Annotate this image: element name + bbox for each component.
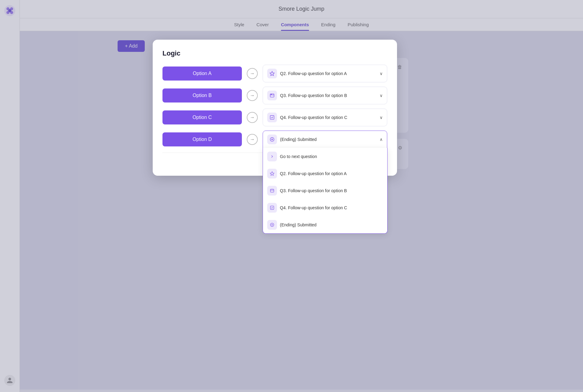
modal-title: Logic (162, 49, 387, 57)
logic-modal: Logic Option A → Q2. Follow-up question … (153, 40, 397, 176)
dropdown-d-icon (267, 135, 277, 144)
dropdown-d-text: (Ending) Submitted (280, 137, 377, 142)
dropdown-d-chevron: ∧ (380, 137, 383, 142)
menu-item-next-label: Go to next question (280, 154, 317, 159)
menu-q3-icon (267, 186, 277, 196)
logic-row-b: Option B → Q3. Follow-up question for op… (162, 87, 387, 104)
menu-q4-icon (267, 203, 277, 213)
option-c-button[interactable]: Option C (162, 110, 242, 124)
menu-item-q2-label: Q2. Follow-up question for option A (280, 171, 347, 176)
dropdown-a-chevron: ∨ (380, 71, 383, 76)
arrow-circle-b: → (247, 90, 258, 101)
dropdown-c-chevron: ∨ (380, 115, 383, 120)
dropdown-d[interactable]: (Ending) Submitted ∧ Go to next question… (263, 131, 387, 148)
arrow-circle-a: → (247, 68, 258, 79)
svg-point-8 (271, 94, 271, 95)
menu-item-q3-label: Q3. Follow-up question for option B (280, 188, 347, 193)
dropdown-d-menu: Go to next question Q2. Follow-up questi… (263, 148, 388, 234)
option-d-button[interactable]: Option D (162, 132, 242, 146)
dropdown-b-chevron: ∨ (380, 93, 383, 98)
menu-ending-icon (267, 220, 277, 230)
menu-q2-icon (267, 169, 277, 178)
svg-marker-11 (270, 172, 274, 175)
menu-item-next[interactable]: Go to next question (263, 148, 387, 165)
logic-row-c: Option C → Q4. Follow-up question for op… (162, 109, 387, 126)
svg-rect-9 (270, 116, 274, 120)
svg-rect-13 (270, 206, 274, 209)
option-b-button[interactable]: Option B (162, 88, 242, 102)
arrow-circle-d: → (247, 134, 258, 145)
menu-item-ending[interactable]: (Ending) Submitted (263, 216, 387, 233)
svg-marker-6 (270, 71, 274, 76)
dropdown-c-icon (267, 113, 277, 122)
menu-item-ending-label: (Ending) Submitted (280, 222, 317, 227)
menu-item-q3[interactable]: Q3. Follow-up question for option B (263, 182, 387, 199)
dropdown-a[interactable]: Q2. Follow-up question for option A ∨ (263, 65, 387, 82)
logic-row-a: Option A → Q2. Follow-up question for op… (162, 65, 387, 82)
menu-item-q4[interactable]: Q4. Follow-up question for option C (263, 199, 387, 216)
menu-next-icon (267, 152, 277, 161)
menu-item-q2[interactable]: Q2. Follow-up question for option A (263, 165, 387, 182)
dropdown-a-icon (267, 69, 277, 78)
svg-rect-12 (270, 189, 274, 192)
option-a-button[interactable]: Option A (162, 67, 242, 81)
logic-row-d: Option D → (Ending) Submitted ∧ Go to ne… (162, 131, 387, 148)
dropdown-b-icon (267, 91, 277, 100)
dropdown-a-text: Q2. Follow-up question for option A (280, 71, 377, 76)
svg-rect-7 (270, 94, 274, 97)
menu-item-q4-label: Q4. Follow-up question for option C (280, 205, 347, 210)
dropdown-b[interactable]: Q3. Follow-up question for option B ∨ (263, 87, 387, 104)
dropdown-c[interactable]: Q4. Follow-up question for option C ∨ (263, 109, 387, 126)
dropdown-c-text: Q4. Follow-up question for option C (280, 115, 377, 120)
dropdown-b-text: Q3. Follow-up question for option B (280, 93, 377, 98)
arrow-circle-c: → (247, 112, 258, 123)
